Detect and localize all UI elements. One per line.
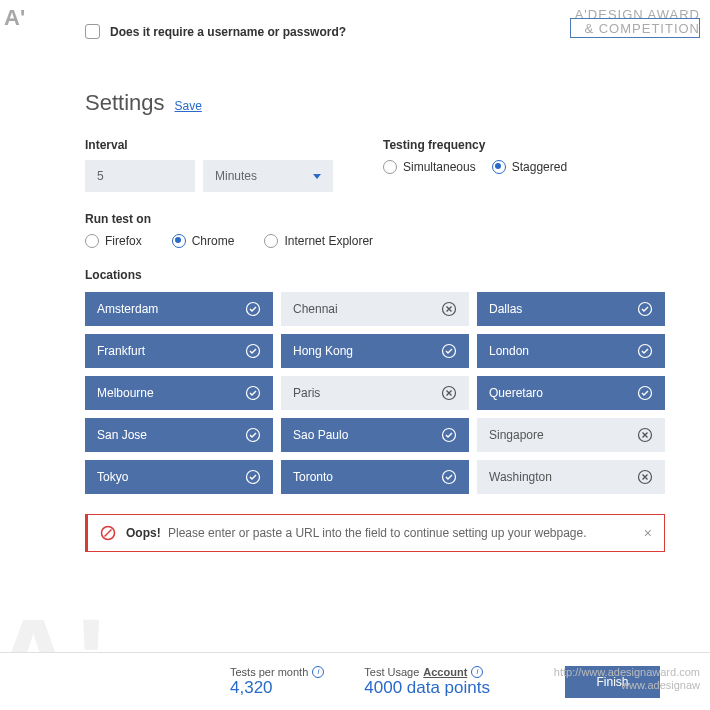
auth-required-checkbox[interactable] — [85, 24, 100, 39]
caret-down-icon — [313, 174, 321, 179]
interval-section: Interval Minutes — [85, 138, 333, 192]
tests-value: 4,320 — [230, 678, 324, 698]
check-circle-icon — [637, 301, 653, 317]
usage-label-prefix: Test Usage — [364, 666, 419, 678]
location-name: Tokyo — [97, 470, 128, 484]
info-icon[interactable]: i — [312, 666, 324, 678]
check-circle-icon — [441, 427, 457, 443]
frequency-staggered-radio[interactable]: Staggered — [492, 160, 567, 174]
interval-value-input[interactable] — [85, 160, 195, 192]
location-name: Sao Paulo — [293, 428, 348, 442]
browser-ie-radio[interactable]: Internet Explorer — [264, 234, 373, 248]
interval-unit-select[interactable]: Minutes — [203, 160, 333, 192]
check-circle-icon — [637, 385, 653, 401]
location-name: Queretaro — [489, 386, 543, 400]
location-name: London — [489, 344, 529, 358]
location-name: Hong Kong — [293, 344, 353, 358]
location-chip[interactable]: Singapore — [477, 418, 665, 452]
svg-line-16 — [105, 530, 112, 537]
svg-point-2 — [639, 303, 652, 316]
location-name: Paris — [293, 386, 320, 400]
location-chip[interactable]: London — [477, 334, 665, 368]
tests-per-month-metric: Tests per month i 4,320 — [230, 666, 324, 698]
error-message: Please enter or paste a URL into the fie… — [168, 526, 587, 540]
browser-section: Run test on Firefox Chrome Internet Expl… — [85, 212, 665, 248]
location-chip[interactable]: Paris — [281, 376, 469, 410]
location-name: Chennai — [293, 302, 338, 316]
svg-point-6 — [247, 387, 260, 400]
location-name: Washington — [489, 470, 552, 484]
locations-label: Locations — [85, 268, 665, 282]
x-circle-icon — [441, 301, 457, 317]
browser-label: Run test on — [85, 212, 665, 226]
location-chip[interactable]: Washington — [477, 460, 665, 494]
tests-label: Tests per month — [230, 666, 308, 678]
location-name: Frankfurt — [97, 344, 145, 358]
location-name: San Jose — [97, 428, 147, 442]
frequency-simultaneous-radio[interactable]: Simultaneous — [383, 160, 476, 174]
location-chip[interactable]: San Jose — [85, 418, 273, 452]
browser-chrome-radio[interactable]: Chrome — [172, 234, 235, 248]
page-title: Settings — [85, 90, 165, 116]
error-close-button[interactable]: × — [644, 525, 652, 541]
svg-point-0 — [247, 303, 260, 316]
location-name: Amsterdam — [97, 302, 158, 316]
test-usage-metric: Test Usage Account i 4000 data points — [364, 666, 490, 698]
interval-label: Interval — [85, 138, 333, 152]
radio-icon — [492, 160, 506, 174]
location-chip[interactable]: Hong Kong — [281, 334, 469, 368]
usage-account-link[interactable]: Account — [423, 666, 467, 678]
svg-point-9 — [247, 429, 260, 442]
check-circle-icon — [245, 427, 261, 443]
location-chip[interactable]: Amsterdam — [85, 292, 273, 326]
location-name: Singapore — [489, 428, 544, 442]
radio-icon — [172, 234, 186, 248]
finish-button[interactable]: Finish — [565, 666, 660, 698]
browser-firefox-radio[interactable]: Firefox — [85, 234, 142, 248]
check-circle-icon — [637, 343, 653, 359]
svg-point-8 — [639, 387, 652, 400]
svg-point-4 — [443, 345, 456, 358]
error-alert: Oops! Please enter or paste a URL into t… — [85, 514, 665, 552]
svg-point-13 — [443, 471, 456, 484]
x-circle-icon — [637, 469, 653, 485]
location-chip[interactable]: Tokyo — [85, 460, 273, 494]
frequency-label: Testing frequency — [383, 138, 567, 152]
location-name: Melbourne — [97, 386, 154, 400]
location-chip[interactable]: Toronto — [281, 460, 469, 494]
brand-box — [570, 18, 700, 38]
check-circle-icon — [245, 469, 261, 485]
radio-icon — [383, 160, 397, 174]
x-circle-icon — [441, 385, 457, 401]
svg-point-3 — [247, 345, 260, 358]
location-chip[interactable]: Melbourne — [85, 376, 273, 410]
brand-logo-icon: A' — [4, 5, 25, 31]
check-circle-icon — [441, 469, 457, 485]
location-chip[interactable]: Queretaro — [477, 376, 665, 410]
info-icon[interactable]: i — [471, 666, 483, 678]
interval-unit-value: Minutes — [215, 169, 257, 183]
radio-icon — [264, 234, 278, 248]
error-icon — [100, 525, 116, 541]
location-name: Dallas — [489, 302, 522, 316]
save-link[interactable]: Save — [175, 99, 202, 113]
location-name: Toronto — [293, 470, 333, 484]
x-circle-icon — [637, 427, 653, 443]
svg-point-12 — [247, 471, 260, 484]
location-chip[interactable]: Sao Paulo — [281, 418, 469, 452]
check-circle-icon — [245, 385, 261, 401]
usage-value: 4000 data points — [364, 678, 490, 698]
auth-required-label: Does it require a username or password? — [110, 25, 346, 39]
check-circle-icon — [245, 343, 261, 359]
frequency-section: Testing frequency Simultaneous Staggered — [383, 138, 567, 192]
locations-grid: AmsterdamChennaiDallasFrankfurtHong Kong… — [85, 292, 665, 494]
radio-icon — [85, 234, 99, 248]
error-title: Oops! — [126, 526, 161, 540]
location-chip[interactable]: Chennai — [281, 292, 469, 326]
check-circle-icon — [245, 301, 261, 317]
footer: Tests per month i 4,320 Test Usage Accou… — [0, 652, 710, 710]
location-chip[interactable]: Frankfurt — [85, 334, 273, 368]
svg-point-5 — [639, 345, 652, 358]
svg-point-10 — [443, 429, 456, 442]
location-chip[interactable]: Dallas — [477, 292, 665, 326]
